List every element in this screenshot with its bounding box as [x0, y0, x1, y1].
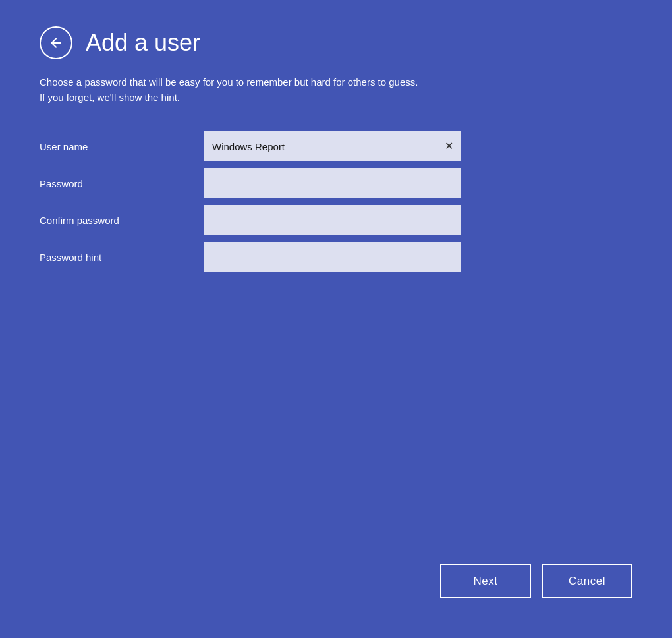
password-input[interactable]: [204, 168, 461, 198]
username-clear-button[interactable]: ✕: [442, 138, 456, 154]
header: Add a user: [40, 26, 632, 59]
password-hint-input[interactable]: [204, 242, 461, 272]
page-title: Add a user: [86, 29, 200, 57]
button-row: Next Cancel: [40, 564, 632, 612]
confirm-password-input-wrapper: [204, 205, 461, 235]
confirm-password-label: Confirm password: [40, 215, 204, 226]
description: Choose a password that will be easy for …: [40, 75, 606, 105]
username-input-wrapper: ✕: [204, 131, 461, 161]
form-area: User name ✕ Password Confirm password Pa…: [40, 131, 632, 279]
confirm-password-row: Confirm password: [40, 205, 632, 235]
password-label: Password: [40, 178, 204, 189]
password-hint-row: Password hint: [40, 242, 632, 272]
username-row: User name ✕: [40, 131, 632, 161]
password-hint-label: Password hint: [40, 252, 204, 263]
spacer: [40, 279, 632, 564]
page-container: Add a user Choose a password that will b…: [0, 0, 672, 638]
back-icon: [48, 35, 64, 51]
password-hint-input-wrapper: [204, 242, 461, 272]
next-button[interactable]: Next: [440, 564, 531, 598]
clear-icon: ✕: [445, 140, 453, 152]
back-button[interactable]: [40, 26, 72, 59]
username-input[interactable]: [204, 131, 461, 161]
username-label: User name: [40, 141, 204, 152]
password-input-wrapper: [204, 168, 461, 198]
cancel-button[interactable]: Cancel: [542, 564, 632, 598]
confirm-password-input[interactable]: [204, 205, 461, 235]
password-row: Password: [40, 168, 632, 198]
